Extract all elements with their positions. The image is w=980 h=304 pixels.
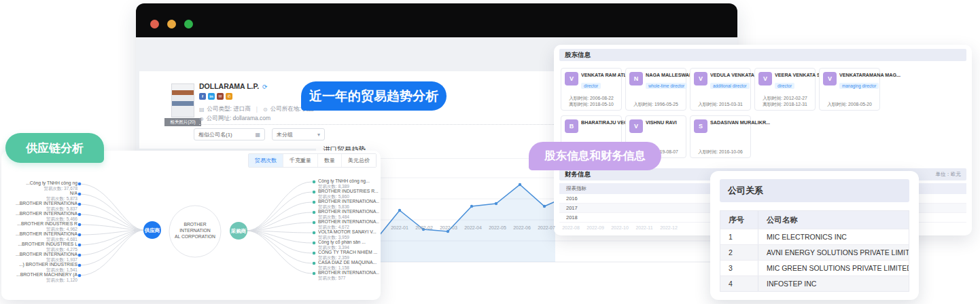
shareholder-card[interactable]: V VEERA VENKATA SATYA... director 入职时间: … [754,68,816,111]
shareholder-name: VISHNU RAVI [646,119,677,126]
relation-company-name: INFOSTEP INC [758,276,909,291]
avatar: V [758,72,772,86]
buyer-name: Công ty TNHH công ng... [318,178,379,184]
shareholder-card[interactable]: V VENKATA RAM ATLURI director 入职时间: 2006… [561,68,622,111]
role-badge: managing director [839,83,879,89]
relations-row: 3 MIC GREEN SOLUTIONS PRIVATE LIMITED [720,260,909,276]
avatar: V [565,72,578,86]
buyer-node[interactable]: BROTHER INDUSTRIES R... 贸易次数: 5,860 [318,189,379,199]
x-axis-month-label: 2022-05 [485,225,510,230]
relation-index: 4 [720,276,758,291]
x-axis-months: 2022-012022-022022-032022-042022-052022-… [387,225,681,230]
buyer-list: Công ty TNHH công ng... 贸易次数: 8,389 BROT… [318,178,379,280]
role-badge: whole-time director [646,83,687,89]
relations-table-header: 序号 公司名称 [720,211,909,229]
phone-icon[interactable]: ✆ [226,93,232,100]
x-axis-month-label: 2022-04 [461,225,485,230]
company-meta-line: ▤ 公司类型: 进口商 | ⊙ 公司所在地: 美国 [199,105,314,113]
role-badge: additional director [710,83,750,89]
buyer-node[interactable]: CÔNG TY TRÁCH NHIỆM ... 贸易次数: 2,359 [318,250,379,260]
buyer-name: BROTHER INTERNATIONA... [318,219,379,225]
company-type-icon: ▤ [199,107,205,113]
supply-chain-panel: 贸易次数 千克重量 数量 美元总价 [1,151,381,300]
supplier-node[interactable]: BROTHER INTERNATIONA... 贸易次数: 5,837 [7,201,77,211]
x-axis-month-label: 2022-10 [608,225,632,230]
role-badge: director [775,83,794,89]
supplier-name: BROTHER INTERNATIONA... [7,201,77,206]
buyer-node[interactable]: BROTHER INTERNATIONA... 贸易次数: 5,836 [318,199,379,209]
relation-index: 3 [720,261,758,276]
x-axis-month-label: 2022-07 [534,225,559,230]
supplier-node[interactable]: BROTHER INDUSTRIES (... 贸易次数: 1,541 [7,262,77,272]
buyer-name: BROTHER INTERNATIONA... [318,199,379,204]
website-icon: ⊕ [199,116,204,122]
supplier-name: Công ty TNHH công ng... [7,180,77,186]
buyer-node[interactable]: BROTHER INTERNATIONA... 贸易次数: 577 [318,270,379,280]
chevron-down-icon: ▾ [317,132,320,138]
email-icon[interactable]: ✉ [217,93,224,100]
center-company-node[interactable]: BROTHER INTERNATION AL CORPORATION [169,221,221,240]
relation-company-name: MIC ELECTRONICS INC [758,229,909,244]
financial-unit: 单位：欧元 [936,168,962,180]
relation-company-name: AVNI ENERGY SOLUTIONS PRIVATE LIMITED [758,245,909,260]
avatar: N [629,72,643,86]
supplier-node[interactable]: BROTHER INTERNATIONA... 贸易次数: 4,681 [7,231,77,242]
relation-index: 1 [720,229,758,244]
page: 相关图片(20) DOLLARAMA L.P.⟳ f in ✉ ✆ ▤ 公司类型… [0,0,980,304]
shareholder-card[interactable]: V VEDULA VENKATA RAM... additional direc… [690,68,751,111]
supplier-node[interactable]: BROTHER MACHINERY (A... 贸易次数: 1,120 [7,272,77,282]
buyer-node[interactable]: Công ty cổ phần sản ... 贸易次数: 3,394 [318,240,379,250]
company-name: DOLLARAMA L.P.⟳ [199,82,268,90]
maximize-window-icon[interactable] [184,20,193,28]
supplier-list: Công ty TNHH công ng... 贸易次数: 37,678 N/A… [7,180,77,282]
minimize-window-icon[interactable] [167,20,176,28]
shareholder-card[interactable]: V VENKATARAMANA MAG... managing director… [819,68,880,111]
supplier-node[interactable]: BROTHER INTERNATIONA... 贸易次数: 5,466 [7,211,77,221]
relations-row: 2 AVNI ENERGY SOLUTIONS PRIVATE LIMITED [720,244,909,260]
shareholder-name: VENKATARAMANA MAG... [839,72,900,78]
buyer-name: VOLTA MOTOR SANAYİ V... [318,229,379,235]
window-titlebar [136,3,737,37]
group-select[interactable]: 未分组 ▾ [272,128,325,140]
shareholder-card[interactable]: S SADASIVAN MURALIKR... 入职时间: 2016-10-06 [690,115,751,158]
supplier-name: BROTHER INTERNATIONA... [7,211,77,216]
x-axis-month-label: 2022-11 [632,225,657,230]
linkedin-icon[interactable]: in [208,93,215,100]
buyer-node[interactable]: BROTHER INTERNATIONA... 贸易次数: 5,484 [318,209,379,219]
buyer-name: BROTHER INTERNATIONA... [318,209,379,214]
supplier-node[interactable]: Công ty TNHH công ng... 贸易次数: 37,678 [7,180,77,191]
refresh-icon[interactable]: ⟳ [262,83,268,90]
avatar: V [823,72,837,86]
trend-callout: 近一年的贸易趋势分析 [301,81,447,111]
role-badge: director [581,83,601,89]
close-window-icon[interactable] [150,20,159,28]
buyer-node[interactable]: CASA DIAZ DE MAQUINA... 贸易次数: 1,158 [318,260,379,270]
social-icons: f in ✉ ✆ [199,93,232,100]
buyer-node[interactable]: VOLTA MOTOR SANAYİ V... 贸易次数: 3,959 [318,229,379,240]
supplier-name: BROTHER INDUSTRIES L... [7,242,77,247]
buyer-node[interactable]: Công ty TNHH công ng... 贸易次数: 8,389 [318,178,379,189]
supplier-node[interactable]: N/A 贸易次数: 5,873 [7,191,77,201]
supplier-name: BROTHER INDUSTRIES R... [7,221,77,227]
facebook-icon[interactable]: f [199,93,206,100]
x-axis-month-label: 2022-02 [412,225,436,230]
shareholder-callout: 股东信息和财务信息 [529,142,661,170]
x-axis-month-label: 2022-03 [436,225,461,230]
supplier-name: N/A [7,191,77,196]
x-axis-month-label: 2022-09 [583,225,608,230]
buyer-node[interactable]: BROTHER INTERNATIONA... 贸易次数: 4,672 [318,219,379,229]
x-axis-month-label: 2022-06 [510,225,534,230]
supplier-node[interactable]: BROTHER INDUSTRIES R... 贸易次数: 4,962 [7,221,77,231]
leave-date: 离职时间: 2018-05-10 [565,101,618,107]
avatar: S [694,119,707,133]
supplier-node[interactable]: BROTHER INTERNATIONA... 贸易次数: 1,937 [7,252,77,262]
shareholder-card[interactable]: N NAGA MALLESWARA R... whole-time direct… [625,68,686,111]
product-image-block[interactable]: 相关图片(20) [164,83,201,126]
buyer-name: CÔNG TY TRÁCH NHIỆM ... [318,250,379,255]
similar-company-select[interactable]: 相似公司名(1) ▦ [194,128,265,140]
website-link[interactable]: 公司网址: dollarama.com [207,115,270,123]
supplier-name: BROTHER INTERNATIONA... [7,231,77,237]
relations-rows: 1 MIC ELECTRONICS INC 2 AVNI ENERGY SOLU… [720,229,909,291]
supplier-node[interactable]: BROTHER INDUSTRIES L... 贸易次数: 4,275 [7,242,77,252]
related-images-caption[interactable]: 相关图片(20) [164,118,201,126]
